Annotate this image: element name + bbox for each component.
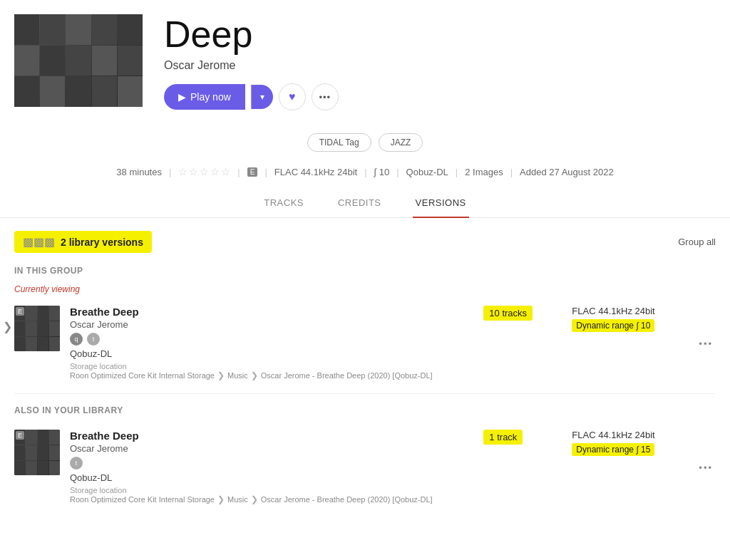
path-sep-2b: ❯ bbox=[251, 494, 258, 504]
tracks-badge-2: 1 track bbox=[483, 430, 523, 445]
play-label: Play now bbox=[190, 91, 231, 103]
version-menu-button-2[interactable]: ••• bbox=[696, 457, 716, 477]
tag-tidal[interactable]: TIDAL Tag bbox=[307, 133, 371, 152]
tags-row: TIDAL Tag JAZZ bbox=[0, 125, 730, 160]
path-sep-1b: ❯ bbox=[251, 370, 258, 380]
quality-format-2: FLAC 44.1kHz 24bit bbox=[572, 430, 686, 440]
sep1: | bbox=[169, 167, 171, 177]
version-item-1: ❯ E Breathe Deep Oscar Jerome q t Qobuz-… bbox=[0, 299, 730, 388]
versions-header: ▩▩▩ 2 library versions Group all bbox=[0, 218, 730, 261]
storage-label-1: Storage location bbox=[70, 362, 473, 370]
version-source-2: Qobuz-DL bbox=[70, 472, 473, 483]
action-buttons: ▶ Play now ▾ ♥ ••• bbox=[164, 83, 709, 110]
also-in-library-title: ALSO IN YOUR LIBRARY bbox=[0, 401, 730, 422]
version-name-2[interactable]: Breathe Deep bbox=[70, 430, 473, 442]
sep7: | bbox=[510, 167, 513, 177]
play-icon: ▶ bbox=[178, 91, 186, 103]
explicit-badge-thumb-2: E bbox=[16, 431, 24, 440]
album-art bbox=[14, 14, 143, 107]
library-icon: ▩▩▩ bbox=[23, 235, 55, 249]
star-rating[interactable]: ☆☆☆☆☆ bbox=[178, 166, 230, 177]
sep3: | bbox=[264, 167, 267, 177]
version-artist-1[interactable]: Oscar Jerome bbox=[70, 319, 473, 330]
tab-bar: TRACKS CREDITS VERSIONS bbox=[0, 189, 730, 218]
qobuz-icon-1: q bbox=[70, 333, 83, 346]
duration: 38 minutes bbox=[116, 167, 162, 177]
version-source-1: Qobuz-DL bbox=[70, 348, 473, 359]
chevron-down-icon: ▾ bbox=[260, 92, 264, 102]
tab-versions[interactable]: VERSIONS bbox=[413, 189, 469, 218]
version-tracks-2: 1 track bbox=[483, 430, 562, 445]
version-icons-2: t bbox=[70, 457, 473, 470]
path-part-1c: Oscar Jerome - Breathe Deep (2020) [Qobu… bbox=[261, 371, 433, 380]
play-dropdown-button[interactable]: ▾ bbox=[251, 85, 273, 109]
album-artist[interactable]: Oscar Jerome bbox=[164, 59, 709, 72]
source: Qobuz-DL bbox=[406, 167, 448, 177]
storage-path-1: Roon Optimized Core Kit Internal Storage… bbox=[70, 370, 473, 380]
sep2: | bbox=[237, 167, 240, 177]
path-sep-1a: ❯ bbox=[217, 370, 225, 380]
version-details-1: Breathe Deep Oscar Jerome q t Qobuz-DL S… bbox=[70, 306, 473, 380]
storage-path-2: Roon Optimized Core Kit Internal Storage… bbox=[70, 494, 473, 504]
heart-icon: ♥ bbox=[289, 90, 296, 103]
header-section: Deep Oscar Jerome ▶ Play now ▾ ♥ ••• bbox=[0, 0, 730, 125]
sep6: | bbox=[456, 167, 458, 177]
currently-viewing-label: Currently viewing bbox=[0, 283, 730, 299]
version-artist-2[interactable]: Oscar Jerome bbox=[70, 443, 473, 454]
format-info: FLAC 44.1kHz 24bit bbox=[274, 167, 357, 177]
path-part-1b: Music bbox=[227, 371, 248, 380]
version-ellipsis-icon-2: ••• bbox=[699, 462, 713, 473]
dynamic-range-1: Dynamic range ∫ 10 bbox=[572, 319, 654, 332]
explicit-badge: E bbox=[247, 167, 258, 177]
album-info: Deep Oscar Jerome ▶ Play now ▾ ♥ ••• bbox=[164, 14, 709, 110]
library-versions-text: 2 library versions bbox=[61, 237, 143, 248]
also-version-arrow: ❯ bbox=[3, 444, 12, 457]
favorite-button[interactable]: ♥ bbox=[279, 83, 306, 110]
also-in-library-section: ALSO IN YOUR LIBRARY ❯ E Breathe Deep Os… bbox=[0, 401, 730, 512]
added-date: Added 27 August 2022 bbox=[520, 167, 614, 177]
in-this-group-title: IN THIS GROUP bbox=[0, 261, 730, 283]
tidal-icon-2: t bbox=[70, 457, 83, 470]
path-sep-2a: ❯ bbox=[217, 494, 225, 504]
meta-row: 38 minutes | ☆☆☆☆☆ | E | FLAC 44.1kHz 24… bbox=[0, 160, 730, 189]
path-part-2c: Oscar Jerome - Breathe Deep (2020) [Qobu… bbox=[261, 495, 433, 504]
current-version-arrow: ❯ bbox=[3, 320, 12, 333]
tab-tracks[interactable]: TRACKS bbox=[261, 189, 307, 218]
quality-format-1: FLAC 44.1kHz 24bit bbox=[572, 306, 686, 316]
version-menu-button-1[interactable]: ••• bbox=[696, 333, 716, 353]
more-options-button[interactable]: ••• bbox=[312, 83, 339, 110]
version-ellipsis-icon-1: ••• bbox=[699, 338, 713, 349]
divider-1 bbox=[14, 393, 716, 394]
track-count: ∫ 10 bbox=[374, 167, 390, 177]
images-count: 2 Images bbox=[465, 167, 503, 177]
tracks-badge-1: 10 tracks bbox=[483, 306, 533, 321]
group-all-button[interactable]: Group all bbox=[678, 237, 716, 247]
library-versions-badge: ▩▩▩ 2 library versions bbox=[14, 231, 152, 253]
version-item-2: ❯ E Breathe Deep Oscar Jerome t Qobuz-DL… bbox=[0, 422, 730, 512]
sep4: | bbox=[364, 167, 366, 177]
play-now-button[interactable]: ▶ Play now bbox=[164, 84, 245, 110]
version-thumb-1: E bbox=[14, 306, 60, 351]
version-icons-1: q t bbox=[70, 333, 473, 346]
path-part-2a: Roon Optimized Core Kit Internal Storage bbox=[70, 495, 215, 504]
version-details-2: Breathe Deep Oscar Jerome t Qobuz-DL Sto… bbox=[70, 430, 473, 504]
storage-label-2: Storage location bbox=[70, 486, 473, 494]
version-name-1[interactable]: Breathe Deep bbox=[70, 306, 473, 318]
tag-jazz[interactable]: JAZZ bbox=[379, 133, 423, 152]
version-quality-1: FLAC 44.1kHz 24bit Dynamic range ∫ 10 bbox=[572, 306, 686, 332]
album-title: Deep bbox=[164, 14, 709, 55]
tidal-icon-1: t bbox=[87, 333, 100, 346]
sep5: | bbox=[396, 167, 399, 177]
path-part-2b: Music bbox=[227, 495, 248, 504]
explicit-badge-thumb: E bbox=[16, 307, 24, 316]
tab-credits[interactable]: CREDITS bbox=[335, 189, 384, 218]
path-part-1a: Roon Optimized Core Kit Internal Storage bbox=[70, 371, 215, 380]
dynamic-range-2: Dynamic range ∫ 15 bbox=[572, 443, 654, 456]
ellipsis-icon: ••• bbox=[319, 92, 331, 103]
version-tracks-1: 10 tracks bbox=[483, 306, 562, 321]
version-thumb-2: E bbox=[14, 430, 60, 475]
version-quality-2: FLAC 44.1kHz 24bit Dynamic range ∫ 15 bbox=[572, 430, 686, 456]
